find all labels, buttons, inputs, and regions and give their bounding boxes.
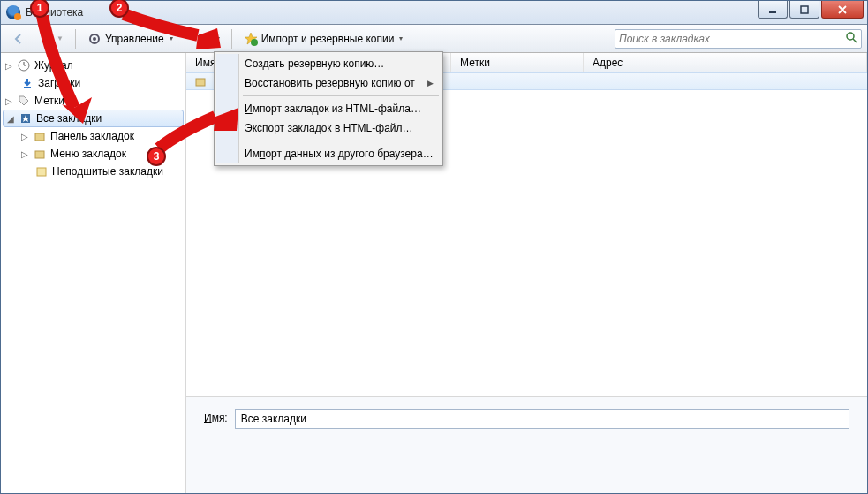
- svg-marker-19: [196, 28, 221, 49]
- clock-icon: [17, 58, 31, 72]
- submenu-arrow-icon: ▶: [427, 79, 434, 87]
- search-input[interactable]: [619, 33, 845, 45]
- folder-icon: [33, 147, 47, 161]
- menu-item-import-browser[interactable]: Импорт данных из другого браузера…: [216, 144, 441, 163]
- svg-rect-0: [769, 11, 776, 13]
- close-button[interactable]: [821, 1, 864, 19]
- arrow-left-icon: [12, 33, 25, 45]
- search-icon: [845, 31, 857, 46]
- menu-separator: [243, 95, 439, 96]
- svg-point-8: [847, 33, 854, 40]
- sidebar-item-label: Неподшитые закладки: [52, 165, 163, 178]
- svg-line-9: [853, 39, 857, 42]
- chevron-down-icon: ▾: [399, 34, 403, 42]
- expander-icon[interactable]: ▷: [4, 61, 13, 71]
- svg-rect-14: [35, 133, 44, 141]
- menu-item-export-html[interactable]: Экспорт закладок в HTML-файл…: [216, 118, 441, 138]
- folder-icon: [193, 74, 208, 88]
- details-name-label: Имя:: [204, 409, 228, 424]
- firefox-icon: [6, 5, 20, 19]
- tag-icon: [17, 94, 31, 108]
- details-panel: Имя:: [186, 396, 867, 493]
- annotation-arrow-2: [113, 0, 237, 53]
- menu-separator: [243, 141, 439, 141]
- annotation-badge-3: 3: [147, 147, 166, 166]
- import-backup-label: Импорт и резервные копии: [261, 33, 395, 45]
- menu-item-restore-backup[interactable]: Восстановить резервную копию от ▶: [216, 73, 441, 93]
- svg-rect-17: [196, 79, 205, 86]
- unsorted-icon: [34, 164, 49, 179]
- menu-item-import-html[interactable]: Импорт закладок из HTML-файла…: [216, 99, 441, 118]
- svg-marker-20: [214, 108, 238, 131]
- sidebar-item-label: Меню закладок: [50, 148, 126, 160]
- star-import-icon: [244, 32, 258, 46]
- expander-icon[interactable]: ◢: [6, 114, 15, 124]
- svg-rect-16: [37, 168, 46, 176]
- svg-point-7: [251, 39, 258, 46]
- window-controls: [756, 1, 864, 19]
- search-box[interactable]: [615, 29, 862, 49]
- menu-item-create-backup[interactable]: Создать резервную копию…: [216, 54, 441, 73]
- svg-rect-1: [801, 6, 808, 13]
- expander-icon[interactable]: ▷: [20, 149, 29, 159]
- import-backup-button[interactable]: Импорт и резервные копии ▾: [238, 28, 410, 49]
- annotation-arrow-3: [152, 97, 249, 159]
- svg-rect-15: [35, 151, 44, 158]
- minimize-button[interactable]: [758, 1, 788, 19]
- expander-icon[interactable]: ▷: [4, 96, 13, 106]
- annotation-arrow-1: [32, 0, 102, 133]
- bookmarks-icon: [19, 111, 33, 125]
- column-header-tags[interactable]: Метки: [451, 53, 584, 72]
- svg-rect-11: [24, 87, 31, 88]
- expander-icon[interactable]: ▷: [20, 132, 29, 141]
- details-name-input[interactable]: [235, 409, 849, 429]
- back-button[interactable]: [6, 28, 31, 49]
- maximize-button[interactable]: [789, 1, 819, 19]
- column-header-address[interactable]: Адрес: [584, 53, 867, 72]
